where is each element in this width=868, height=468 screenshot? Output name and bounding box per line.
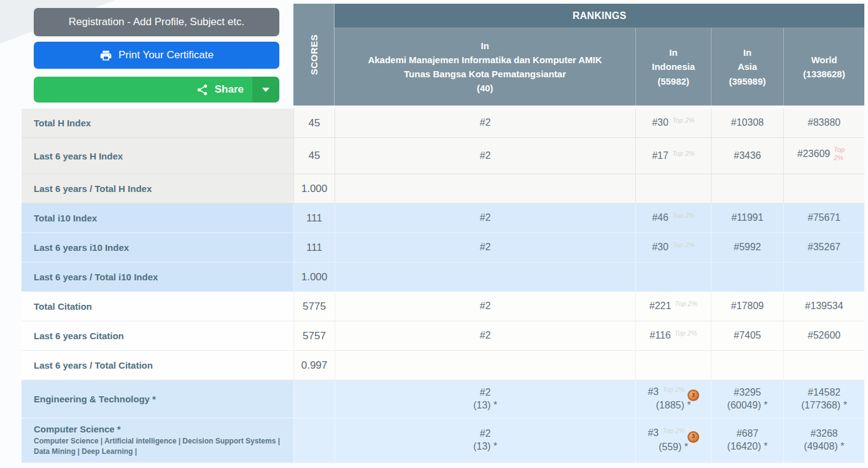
rank-value: #10308: [731, 117, 764, 128]
rank-line: #30Top 2%: [652, 117, 695, 129]
scores-column-header: SCORES: [293, 4, 335, 105]
rank-line: #2: [480, 241, 491, 254]
row-label-cell: Last 6 years H Index: [21, 138, 293, 174]
top-2-percent-badge: Top 2%: [834, 146, 851, 161]
row-label-cell: Engineering & Technology *: [21, 380, 293, 418]
rankings-header: RANKINGS: [335, 4, 864, 28]
rank-line: #2: [480, 300, 491, 313]
rank-cell-institution: #2: [335, 109, 635, 137]
rank-value: #3: [648, 386, 659, 397]
chevron-down-icon: [262, 88, 269, 92]
rank-line: #2: [480, 329, 491, 342]
rank-cell-indonesia: #30Top 2%: [635, 233, 711, 262]
score-cell: 0.997: [293, 351, 335, 380]
rank-value: #2: [480, 150, 491, 161]
rank-value: #17: [652, 150, 668, 161]
rank-cell-asia: #7405: [711, 321, 783, 350]
rank-cell-world: [783, 351, 864, 380]
rank-line: #2: [480, 428, 491, 440]
table-header: SCORES RANKINGS In Akademi Manajemen Inf…: [293, 4, 864, 105]
rank-cell-asia: #11991: [711, 204, 783, 232]
print-certificate-button[interactable]: Print Your Certificate: [34, 42, 279, 69]
rank-value: #3295: [734, 387, 761, 397]
rank-value: #11991: [731, 212, 763, 223]
row-label: Engineering & Technology *: [34, 394, 156, 404]
rank-cell-institution: #2: [335, 321, 635, 350]
table-row: Total i10 Index111#2#46Top 2%#11991#7567…: [21, 204, 864, 233]
rank-cell-world: #3268(49408) *: [783, 418, 864, 462]
rank-line: #75671: [808, 212, 840, 224]
score-cell: 1.000: [293, 263, 335, 291]
row-label-cell: Computer Science *Computer Science | Art…: [21, 418, 293, 462]
rank-line: #3268: [810, 428, 838, 440]
top-2-percent-badge: Top 2%: [672, 150, 695, 157]
rank-value: #30: [652, 117, 668, 128]
table-row: Last 6 years Citation5757#2#116Top 2%#74…: [21, 321, 864, 351]
rank-sub-value: (49408) *: [804, 440, 845, 453]
rank-cell-indonesia: #3Top 2%3(559) *: [635, 418, 711, 462]
rank-line: #3Top 2%3: [648, 386, 699, 399]
rank-value: #35267: [808, 242, 840, 252]
score-cell: 45: [293, 138, 335, 174]
rank-line: #46Top 2%: [652, 212, 695, 224]
rank-value: #23609: [797, 148, 830, 159]
row-sublabel: Computer Science | Artificial intelligen…: [34, 436, 285, 458]
rank-value: #52600: [808, 330, 840, 340]
rank-value: #2: [480, 387, 491, 397]
rank-cell-indonesia: #116Top 2%: [635, 321, 711, 350]
rank-cell-institution: #2: [335, 292, 635, 321]
rank-cell-asia: #10308: [711, 109, 783, 137]
action-buttons: Registration - Add Profile, Subject etc.…: [34, 8, 279, 102]
rank-value: #46: [652, 212, 668, 223]
score-cell: 5775: [293, 292, 335, 321]
top-2-percent-badge: Top 2%: [675, 300, 697, 307]
rank-cell-indonesia: #221Top 2%: [635, 292, 711, 321]
registration-button-label: Registration - Add Profile, Subject etc.: [69, 16, 244, 28]
rank-line: #221Top 2%: [649, 300, 698, 313]
rank-line: #2: [480, 150, 491, 163]
row-label-cell: Last 6 years / Total H Index: [21, 174, 293, 203]
rank-cell-indonesia: #30Top 2%: [635, 109, 711, 137]
score-cell: 1.000: [293, 174, 335, 203]
share-button-label: Share: [215, 83, 244, 96]
rank-line: #10308: [731, 117, 764, 129]
rank-cell-indonesia: [635, 263, 711, 291]
rank-value: #2: [480, 117, 491, 128]
rank-line: #2: [480, 212, 491, 224]
row-label: Total H Index: [34, 118, 91, 128]
row-label-cell: Last 6 years Citation: [21, 321, 293, 350]
row-label: Last 6 years H Index: [34, 151, 123, 161]
rank-value: #2: [480, 212, 491, 223]
top-2-percent-badge: Top 2%: [662, 386, 685, 393]
registration-button[interactable]: Registration - Add Profile, Subject etc.: [34, 8, 279, 36]
rank-value: #3436: [734, 150, 761, 161]
table-row: Last 6 years / Total H Index1.000: [21, 174, 864, 204]
rank-value: #2: [480, 428, 491, 439]
rank-line: #3295: [734, 386, 761, 399]
score-cell: 5757: [293, 321, 335, 350]
rank-value: #3: [648, 428, 659, 438]
rank-sub-value: (13) *: [473, 440, 497, 453]
score-cell: 111: [293, 233, 335, 262]
rank-cell-asia: #17809: [711, 292, 783, 321]
rank-sub-value: (177368) *: [801, 399, 847, 412]
row-label: Total i10 Index: [34, 213, 97, 223]
rank-cell-institution: [335, 351, 635, 380]
rank-line: #30Top 2%: [652, 241, 695, 254]
rank-cell-institution: #2(13) *: [335, 418, 635, 462]
row-label-cell: Last 6 years / Total i10 Index: [21, 263, 293, 291]
rank-cell-indonesia: #17Top 2%: [635, 138, 711, 174]
scores-header-label: SCORES: [309, 34, 319, 75]
rank-value: #221: [649, 301, 672, 311]
rank-cell-world: [783, 174, 864, 203]
share-dropdown-toggle[interactable]: [252, 77, 279, 102]
share-icon: [196, 83, 209, 96]
rank-cell-institution: [335, 174, 635, 203]
rank-cell-asia: [711, 174, 783, 203]
rank-value: #75671: [808, 212, 840, 223]
rank-value: #3268: [810, 428, 838, 439]
rank-value: #30: [652, 242, 668, 252]
row-label-cell: Last 6 years i10 Index: [21, 233, 293, 262]
share-button[interactable]: Share: [34, 77, 252, 102]
rank-cell-indonesia: [635, 351, 711, 380]
